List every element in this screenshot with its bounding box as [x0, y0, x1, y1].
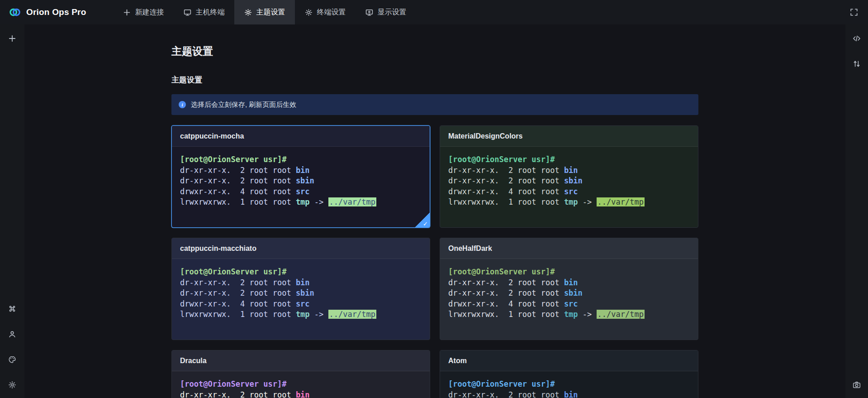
theme-card-title: MaterialDesignColors: [448, 132, 522, 140]
nav-item-display-settings[interactable]: 显示设置: [356, 0, 416, 24]
terminal-line: lrwxrwxrwx. 1 root root tmp -> ../var/tm…: [448, 309, 690, 320]
alert-text: 选择后会立刻保存, 刷新页面后生效: [191, 101, 296, 109]
theme-card-Atom[interactable]: Atom [root@OrionServer usr]#dr-xr-xr-x. …: [440, 350, 698, 398]
theme-icon[interactable]: [5, 353, 19, 366]
theme-card-header: Atom: [440, 350, 698, 371]
command-icon[interactable]: [5, 302, 19, 316]
terminal-prompt-line: [root@OrionServer usr]#: [448, 267, 690, 278]
terminal-prompt-line: [root@OrionServer usr]#: [180, 267, 422, 278]
camera-icon[interactable]: [850, 378, 863, 392]
terminal-preview: [root@OrionServer usr]#dr-xr-xr-x. 2 roo…: [440, 259, 698, 320]
terminal-prompt-line: [root@OrionServer usr]#: [448, 154, 690, 165]
terminal-prompt-line: [root@OrionServer usr]#: [448, 379, 690, 390]
main-nav: 新建连接主机终端主题设置终端设置显示设置: [113, 0, 416, 24]
right-rail-top: [850, 32, 863, 71]
terminal-line: dr-xr-xr-x. 2 root root sbin: [448, 176, 690, 187]
gear-icon: [244, 9, 252, 16]
terminal-preview: [root@OrionServer usr]#dr-xr-xr-x. 2 roo…: [440, 371, 698, 398]
terminal-preview: [root@OrionServer usr]#dr-xr-xr-x. 2 roo…: [440, 147, 698, 208]
left-sidebar: [0, 24, 24, 398]
nav-item-host-terminal[interactable]: 主机终端: [174, 0, 234, 24]
terminal-preview: [root@OrionServer usr]#dr-xr-xr-x. 2 roo…: [172, 259, 430, 320]
terminal-line: lrwxrwxrwx. 1 root root tmp -> ../var/tm…: [180, 197, 422, 208]
nav-item-label: 显示设置: [377, 8, 406, 17]
brand[interactable]: Orion Ops Pro: [0, 5, 94, 19]
app-root: Orion Ops Pro 新建连接主机终端主题设置终端设置显示设置 主题设置 …: [0, 0, 868, 398]
settings-icon[interactable]: [5, 378, 19, 392]
theme-card-title: Atom: [448, 357, 467, 365]
terminal-icon: [184, 9, 191, 16]
theme-card-header: catppuccin-mocha: [172, 126, 430, 147]
terminal-line: dr-xr-xr-x. 2 root root sbin: [180, 288, 422, 299]
app-title: Orion Ops Pro: [26, 7, 86, 17]
terminal-line: dr-xr-xr-x. 2 root root sbin: [448, 288, 690, 299]
gear-icon: [305, 9, 313, 16]
app-logo-icon: [8, 5, 22, 19]
terminal-line: lrwxrwxrwx. 1 root root tmp -> ../var/tm…: [180, 309, 422, 320]
theme-card-title: OneHalfDark: [448, 245, 492, 253]
plus-icon[interactable]: [5, 32, 19, 45]
navbar-right: [850, 8, 868, 16]
theme-card-MaterialDesignColors[interactable]: MaterialDesignColors [root@OrionServer u…: [440, 125, 698, 228]
theme-card-header: catppuccin-macchiato: [172, 238, 430, 259]
nav-item-label: 主题设置: [256, 8, 285, 17]
nav-item-label: 终端设置: [317, 8, 346, 17]
terminal-preview: [root@OrionServer usr]#dr-xr-xr-x. 2 roo…: [172, 371, 430, 398]
theme-card-header: Dracula: [172, 350, 430, 371]
nav-item-new-connection[interactable]: 新建连接: [113, 0, 174, 24]
theme-card-catppuccin-macchiato[interactable]: catppuccin-macchiato [root@OrionServer u…: [171, 238, 430, 340]
terminal-preview: [root@OrionServer usr]#dr-xr-xr-x. 2 roo…: [172, 147, 430, 208]
info-alert: 选择后会立刻保存, 刷新页面后生效: [171, 94, 698, 115]
terminal-line: lrwxrwxrwx. 1 root root tmp -> ../var/tm…: [448, 197, 690, 208]
right-rail-bottom: [850, 378, 863, 392]
theme-card-Dracula[interactable]: Dracula [root@OrionServer usr]#dr-xr-xr-…: [171, 350, 430, 398]
theme-card-title: Dracula: [180, 357, 207, 365]
left-rail-bottom: [5, 302, 19, 392]
right-sidebar: [845, 24, 868, 398]
theme-card-catppuccin-mocha[interactable]: catppuccin-mocha [root@OrionServer usr]#…: [171, 125, 430, 228]
theme-card-OneHalfDark[interactable]: OneHalfDark [root@OrionServer usr]#dr-xr…: [440, 238, 698, 340]
theme-card-title: catppuccin-macchiato: [180, 245, 256, 253]
sort-icon[interactable]: [850, 57, 863, 71]
selected-check-icon: ✓: [415, 213, 430, 227]
terminal-line: dr-xr-xr-x. 2 root root sbin: [180, 176, 422, 187]
terminal-line: dr-xr-xr-x. 2 root root bin: [448, 390, 690, 398]
terminal-line: dr-xr-xr-x. 2 root root bin: [180, 278, 422, 288]
theme-card-title: catppuccin-mocha: [180, 132, 244, 140]
section-title: 主题设置: [171, 75, 698, 85]
terminal-line: dr-xr-xr-x. 2 root root bin: [448, 278, 690, 288]
plus-icon: [123, 9, 131, 16]
nav-item-label: 新建连接: [135, 8, 164, 17]
display-icon: [365, 9, 373, 16]
terminal-prompt-line: [root@OrionServer usr]#: [180, 379, 422, 390]
terminal-line: dr-xr-xr-x. 2 root root bin: [180, 390, 422, 398]
nav-item-terminal-settings[interactable]: 终端设置: [295, 0, 356, 24]
terminal-line: drwxr-xr-x. 4 root root src: [448, 187, 690, 197]
theme-card-header: MaterialDesignColors: [440, 126, 698, 147]
terminal-prompt-line: [root@OrionServer usr]#: [180, 154, 422, 165]
info-icon: [179, 101, 186, 108]
terminal-line: dr-xr-xr-x. 2 root root bin: [180, 165, 422, 176]
main-content: 主题设置 主题设置 选择后会立刻保存, 刷新页面后生效 catppuccin-m…: [24, 24, 845, 398]
page-title: 主题设置: [171, 44, 698, 58]
top-navbar: Orion Ops Pro 新建连接主机终端主题设置终端设置显示设置: [0, 0, 868, 24]
content-container: 主题设置 主题设置 选择后会立刻保存, 刷新页面后生效 catppuccin-m…: [171, 24, 698, 398]
nav-item-label: 主机终端: [195, 8, 224, 17]
terminal-line: drwxr-xr-x. 4 root root src: [180, 299, 422, 310]
code-icon[interactable]: [850, 32, 863, 45]
theme-grid: catppuccin-mocha [root@OrionServer usr]#…: [171, 125, 698, 398]
fullscreen-icon[interactable]: [850, 8, 858, 16]
user-icon[interactable]: [5, 327, 19, 341]
left-rail-top: [5, 32, 19, 45]
terminal-line: drwxr-xr-x. 4 root root src: [180, 187, 422, 197]
nav-item-theme-settings[interactable]: 主题设置: [234, 0, 295, 24]
terminal-line: dr-xr-xr-x. 2 root root bin: [448, 165, 690, 176]
terminal-line: drwxr-xr-x. 4 root root src: [448, 299, 690, 310]
theme-card-header: OneHalfDark: [440, 238, 698, 259]
